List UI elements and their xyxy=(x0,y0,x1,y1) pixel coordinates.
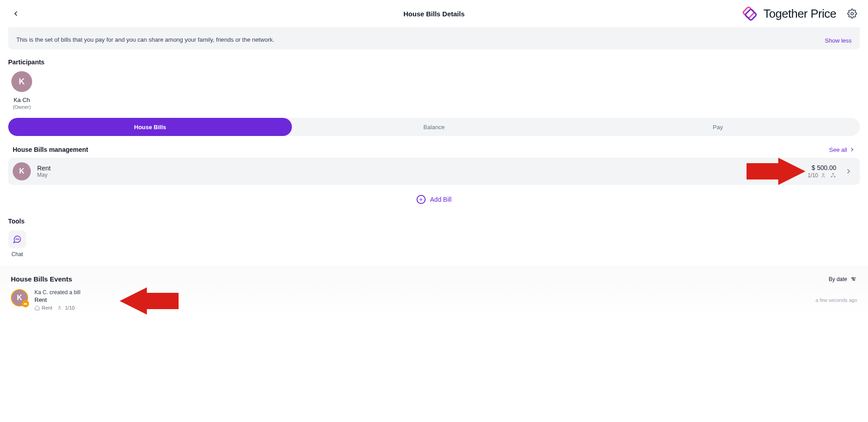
tools-title: Tools xyxy=(8,218,860,225)
events-title: House Bills Events xyxy=(11,275,72,283)
crown-icon xyxy=(23,301,28,306)
event-text: Ka C. created a bill Rent Rent 1/10 xyxy=(34,289,809,310)
svg-rect-1 xyxy=(745,9,757,21)
home-icon xyxy=(34,305,40,310)
participant-item[interactable]: K Ka Ch (Owner) xyxy=(8,71,35,110)
back-button[interactable] xyxy=(9,7,23,20)
participant-name: Ka Ch xyxy=(14,97,30,103)
svg-point-13 xyxy=(852,277,853,279)
brand-logo[interactable]: Together Price xyxy=(741,5,836,23)
avatar: K xyxy=(11,71,32,92)
page-title: House Bills Details xyxy=(403,10,465,18)
bill-row[interactable]: K Rent May $ 500.00 1/10 xyxy=(8,158,860,185)
logo-icon xyxy=(741,5,759,23)
event-meta-bill: Rent xyxy=(34,305,52,310)
bill-right: $ 500.00 1/10 xyxy=(808,164,853,179)
event-line1: Ka C. created a bill xyxy=(34,289,809,296)
bill-info: Rent May xyxy=(37,165,801,178)
svg-point-8 xyxy=(16,239,16,239)
tool-label: Chat xyxy=(11,251,23,257)
bill-name: Rent xyxy=(37,165,801,172)
event-meta: Rent 1/10 xyxy=(34,305,809,310)
svg-point-14 xyxy=(853,279,855,281)
tab-pay[interactable]: Pay xyxy=(576,118,860,136)
management-header: House Bills management See all xyxy=(8,146,860,153)
sort-label: By date xyxy=(829,276,847,282)
management-title: House Bills management xyxy=(13,146,88,153)
events-section: House Bills Events By date K Ka C. creat… xyxy=(0,267,868,320)
tab-balance[interactable]: Balance xyxy=(292,118,576,136)
bill-sub: May xyxy=(37,172,801,178)
filter-icon xyxy=(850,276,857,283)
bill-amount: $ 500.00 xyxy=(812,164,837,171)
svg-point-10 xyxy=(19,239,19,239)
tools-list: Chat xyxy=(8,230,860,257)
event-item[interactable]: K Ka C. created a bill Rent Rent 1/10 xyxy=(11,289,857,310)
svg-point-4 xyxy=(823,174,824,175)
sort-by-date-button[interactable]: By date xyxy=(829,276,857,283)
network-icon xyxy=(830,172,836,179)
event-avatar-wrap: K xyxy=(11,289,28,306)
people-icon xyxy=(821,172,827,179)
add-bill-button[interactable]: + Add Bill xyxy=(8,195,860,204)
event-time: a few seconds ago xyxy=(815,297,857,303)
chevron-right-icon xyxy=(849,146,855,153)
tool-icon-box xyxy=(8,230,26,248)
events-header: House Bills Events By date xyxy=(11,275,857,283)
see-all-label: See all xyxy=(829,146,847,153)
plus-icon: + xyxy=(417,195,426,204)
tab-bar: House Bills Balance Pay xyxy=(8,118,860,136)
description-text: This is the set of bills that you pay fo… xyxy=(16,36,852,43)
svg-rect-0 xyxy=(743,7,755,19)
show-less-button[interactable]: Show less xyxy=(825,37,852,44)
bill-amount-box: $ 500.00 1/10 xyxy=(808,164,836,179)
add-bill-label: Add Bill xyxy=(430,196,451,203)
tab-house-bills[interactable]: House Bills xyxy=(8,118,292,136)
description-card: This is the set of bills that you pay fo… xyxy=(8,27,860,49)
gear-icon xyxy=(847,9,857,19)
see-all-button[interactable]: See all xyxy=(829,146,855,153)
owner-badge xyxy=(22,300,29,307)
participant-role: (Owner) xyxy=(13,104,31,110)
bill-avatar: K xyxy=(13,162,31,180)
tool-chat[interactable]: Chat xyxy=(8,230,26,257)
svg-point-2 xyxy=(851,12,853,15)
header-right: Together Price xyxy=(741,5,859,23)
app-header: House Bills Details Together Price xyxy=(0,0,868,27)
participants-list: K Ka Ch (Owner) xyxy=(8,71,860,110)
svg-point-5 xyxy=(833,173,834,174)
event-line2: Rent xyxy=(34,296,809,303)
event-meta-ratio: 1/10 xyxy=(58,305,74,310)
people-icon xyxy=(58,305,63,310)
bill-open-button[interactable] xyxy=(844,167,853,175)
svg-point-15 xyxy=(59,306,60,308)
chevron-left-icon xyxy=(12,10,20,18)
participants-title: Participants xyxy=(8,58,860,66)
bill-ratio-row: 1/10 xyxy=(808,172,836,179)
chat-icon xyxy=(13,235,22,244)
svg-point-9 xyxy=(17,239,18,239)
settings-button[interactable] xyxy=(845,7,859,20)
bill-ratio: 1/10 xyxy=(808,172,818,179)
chevron-right-icon xyxy=(844,167,853,175)
brand-text: Together Price xyxy=(763,7,836,21)
